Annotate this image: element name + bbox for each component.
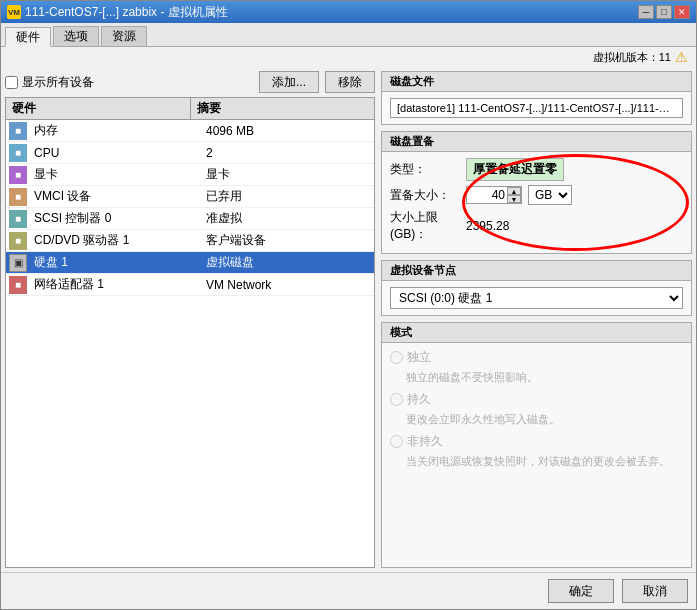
- hardware-table-header: 硬件 摘要: [6, 98, 374, 120]
- main-window: VM 111-CentOS7-[...] zabbix - 虚拟机属性 ─ □ …: [0, 0, 697, 610]
- remove-button[interactable]: 移除: [325, 71, 375, 93]
- display-icon: ■: [9, 166, 27, 184]
- spinner-buttons: ▲ ▼: [507, 187, 521, 203]
- hw-row-display[interactable]: ■ 显卡 显卡: [6, 164, 374, 186]
- node-section-content: SCSI (0:0) 硬盘 1: [382, 281, 691, 315]
- hw-row-scsi[interactable]: ■ SCSI 控制器 0 准虚拟: [6, 208, 374, 230]
- provision-type-label: 类型：: [390, 161, 460, 178]
- left-panel: 显示所有设备 添加... 移除 硬件 摘要 ■ 内存 4096 MB: [5, 71, 375, 568]
- max-size-row: 大小上限 (GB)： 2395.28: [390, 209, 683, 243]
- mode-nonpersistent-radio[interactable]: [390, 435, 403, 448]
- provision-size-row: 置备大小： ▲ ▼ MB GB TB: [390, 185, 683, 205]
- add-button[interactable]: 添加...: [259, 71, 319, 93]
- mode-nonpersistent-desc: 当关闭电源或恢复快照时，对该磁盘的更改会被丢弃。: [406, 454, 683, 469]
- confirm-button[interactable]: 确定: [548, 579, 614, 603]
- header-summary: 摘要: [191, 98, 375, 119]
- node-section-title: 虚拟设备节点: [382, 261, 691, 281]
- disk-provision-section: 磁盘置备 类型： 厚置备延迟置零 置备大小：: [381, 131, 692, 254]
- minimize-button[interactable]: ─: [638, 5, 654, 19]
- mode-content: 独立 独立的磁盘不受快照影响。 持久 更改会立即永久性地写入磁盘。 非持久 当关…: [382, 343, 691, 475]
- version-label: 虚拟机版本：: [593, 50, 659, 65]
- provision-size-label: 置备大小：: [390, 187, 460, 204]
- mode-independent-label: 独立: [407, 349, 431, 366]
- memory-name: 内存: [30, 120, 202, 141]
- scsi-icon: ■: [9, 210, 27, 228]
- size-unit-select[interactable]: MB GB TB: [528, 185, 572, 205]
- vmci-name: VMCI 设备: [30, 186, 202, 207]
- disk-file-path: [datastore1] 111-CentOS7-[...]/111-CentO…: [390, 98, 683, 118]
- dvd-name: CD/DVD 驱动器 1: [30, 230, 202, 251]
- hw-row-memory[interactable]: ■ 内存 4096 MB: [6, 120, 374, 142]
- show-all-label: 显示所有设备: [22, 74, 94, 91]
- mode-nonpersistent-label: 非持久: [407, 433, 443, 450]
- disk-provision-title: 磁盘置备: [382, 132, 691, 152]
- scsi-name: SCSI 控制器 0: [30, 208, 202, 229]
- mode-independent-row: 独立: [390, 349, 683, 366]
- display-summary: 显卡: [202, 164, 374, 185]
- memory-icon: ■: [9, 122, 27, 140]
- mode-persistent-row: 持久: [390, 391, 683, 408]
- hw-row-network[interactable]: ■ 网络适配器 1 VM Network: [6, 274, 374, 296]
- hw-row-hdd[interactable]: ▣ 硬盘 1 虚拟磁盘: [6, 252, 374, 274]
- disk-file-section: 磁盘文件 [datastore1] 111-CentOS7-[...]/111-…: [381, 71, 692, 125]
- disk-provision-content: 类型： 厚置备延迟置零 置备大小： ▲ ▼: [382, 152, 691, 253]
- display-name: 显卡: [30, 164, 202, 185]
- tab-hardware[interactable]: 硬件: [5, 27, 51, 47]
- hw-row-cpu[interactable]: ■ CPU 2: [6, 142, 374, 164]
- disk-file-content: [datastore1] 111-CentOS7-[...]/111-CentO…: [382, 92, 691, 124]
- hardware-table: 硬件 摘要 ■ 内存 4096 MB ■ CPU 2 ■: [5, 97, 375, 568]
- show-all-row: 显示所有设备: [5, 74, 94, 91]
- vmci-icon: ■: [9, 188, 27, 206]
- spinner-down[interactable]: ▼: [507, 195, 521, 203]
- hdd-name: 硬盘 1: [30, 252, 202, 273]
- show-all-checkbox[interactable]: [5, 76, 18, 89]
- version-number: 11: [659, 51, 671, 63]
- tab-options[interactable]: 选项: [53, 26, 99, 46]
- node-section: 虚拟设备节点 SCSI (0:0) 硬盘 1: [381, 260, 692, 316]
- cpu-name: CPU: [30, 144, 202, 162]
- cpu-icon: ■: [9, 144, 27, 162]
- size-spinner[interactable]: ▲ ▼: [466, 186, 522, 204]
- close-button[interactable]: ✕: [674, 5, 690, 19]
- main-content: 显示所有设备 添加... 移除 硬件 摘要 ■ 内存 4096 MB: [1, 67, 696, 572]
- cancel-button[interactable]: 取消: [622, 579, 688, 603]
- right-panel: 磁盘文件 [datastore1] 111-CentOS7-[...]/111-…: [381, 71, 692, 568]
- bottom-bar: 确定 取消: [1, 572, 696, 609]
- spinner-up[interactable]: ▲: [507, 187, 521, 195]
- provision-type-value: 厚置备延迟置零: [466, 158, 564, 181]
- disk-file-title: 磁盘文件: [382, 72, 691, 92]
- maximize-button[interactable]: □: [656, 5, 672, 19]
- mode-independent-radio[interactable]: [390, 351, 403, 364]
- network-summary: VM Network: [202, 276, 374, 294]
- mode-nonpersistent-row: 非持久: [390, 433, 683, 450]
- version-bar: 虚拟机版本： 11 ⚠: [1, 47, 696, 67]
- mode-independent-desc: 独立的磁盘不受快照影响。: [406, 370, 683, 385]
- hw-row-dvd[interactable]: ■ CD/DVD 驱动器 1 客户端设备: [6, 230, 374, 252]
- network-icon: ■: [9, 276, 27, 294]
- window-icon: VM: [7, 5, 21, 19]
- max-size-value: 2395.28: [466, 219, 683, 233]
- mode-section: 模式 独立 独立的磁盘不受快照影响。 持久 更改会立即永久性地写入磁盘。: [381, 322, 692, 568]
- provision-type-row: 类型： 厚置备延迟置零: [390, 158, 683, 181]
- size-input[interactable]: [467, 187, 507, 203]
- mode-persistent-label: 持久: [407, 391, 431, 408]
- dvd-icon: ■: [9, 232, 27, 250]
- network-name: 网络适配器 1: [30, 274, 202, 295]
- node-select[interactable]: SCSI (0:0) 硬盘 1: [390, 287, 683, 309]
- left-header: 显示所有设备 添加... 移除: [5, 71, 375, 93]
- hdd-summary: 虚拟磁盘: [202, 252, 374, 273]
- dvd-summary: 客户端设备: [202, 230, 374, 251]
- title-controls: ─ □ ✕: [638, 5, 690, 19]
- tab-resources[interactable]: 资源: [101, 26, 147, 46]
- warning-icon: ⚠: [675, 49, 688, 65]
- hw-row-vmci[interactable]: ■ VMCI 设备 已弃用: [6, 186, 374, 208]
- title-bar-left: VM 111-CentOS7-[...] zabbix - 虚拟机属性: [7, 4, 228, 21]
- mode-persistent-desc: 更改会立即永久性地写入磁盘。: [406, 412, 683, 427]
- mode-section-title: 模式: [382, 323, 691, 343]
- title-bar: VM 111-CentOS7-[...] zabbix - 虚拟机属性 ─ □ …: [1, 1, 696, 23]
- vmci-summary: 已弃用: [202, 186, 374, 207]
- tab-bar: 硬件 选项 资源: [1, 23, 696, 47]
- memory-summary: 4096 MB: [202, 122, 374, 140]
- mode-persistent-radio[interactable]: [390, 393, 403, 406]
- max-size-label: 大小上限 (GB)：: [390, 209, 460, 243]
